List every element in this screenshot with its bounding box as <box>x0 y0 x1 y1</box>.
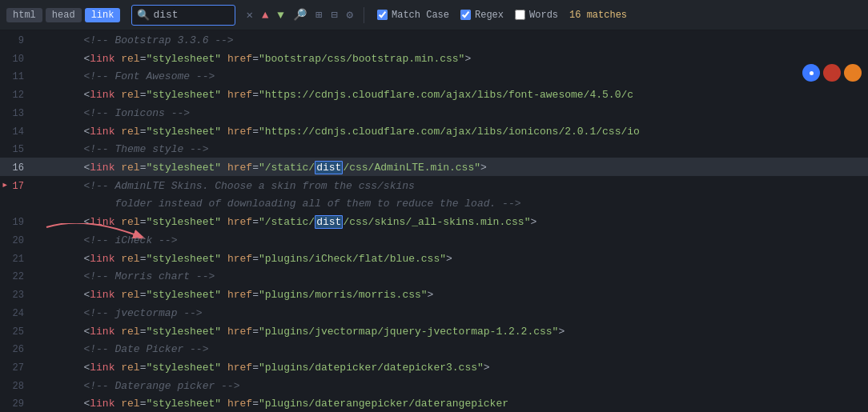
code-area-wrapper: 9 <!-- Bootstrap 3.3.6 --> 10 <link rel=… <box>0 30 868 412</box>
code-line: folder instead of downloading all of the… <box>0 194 868 212</box>
words-label: Words <box>529 10 558 21</box>
code-line: 14 <link rel="stylesheet" href="https://… <box>0 122 868 140</box>
chrome-icon-btn[interactable] <box>802 64 820 82</box>
code-line: 23 <link rel="stylesheet" href="plugins/… <box>0 285 868 303</box>
code-line: 26 <!-- Date Picker --> <box>0 339 868 358</box>
line-number: 29 <box>0 394 34 412</box>
nav-down-icon[interactable]: ▼ <box>275 7 286 23</box>
match-case-checkbox[interactable]: Match Case <box>377 10 449 21</box>
separator <box>364 7 364 23</box>
code-line: 22 <!-- Morris chart --> <box>0 266 868 285</box>
arrow-indicator: ▸ <box>2 178 8 191</box>
words-checkbox[interactable]: Words <box>515 10 558 21</box>
svg-point-2 <box>827 68 837 78</box>
options-icon[interactable]: ⚙ <box>344 6 356 23</box>
code-line: 25 <link rel="stylesheet" href="plugins/… <box>0 322 868 340</box>
breadcrumb: html head link <box>6 8 120 22</box>
code-line: 10 <link rel="stylesheet" href="bootstra… <box>0 49 868 67</box>
words-input[interactable] <box>515 10 525 20</box>
expand-icon[interactable]: ⊞ <box>313 6 324 23</box>
regex-label: Regex <box>475 10 504 21</box>
line-number <box>0 194 34 197</box>
toolbar: html head link 🔍 dist ✕ ▲ ▼ 🔎 ⊞ ⊟ ⚙ Matc… <box>0 0 868 30</box>
code-line: 9 <!-- Bootstrap 3.3.6 --> <box>0 30 868 49</box>
code-line: 28 <!-- Daterange picker --> <box>0 376 868 394</box>
code-area: 9 <!-- Bootstrap 3.3.6 --> 10 <link rel=… <box>0 30 868 412</box>
svg-point-1 <box>810 71 814 75</box>
code-line: 17 ▸ <!-- AdminLTE Skins. Choose a skin … <box>0 176 868 194</box>
code-line: 20 <!-- iCheck --> <box>0 230 868 249</box>
collapse-icon[interactable]: ⊟ <box>328 6 340 23</box>
code-line: 27 <link rel="stylesheet" href="plugins/… <box>0 358 868 376</box>
code-line: 24 <!-- jvectormap --> <box>0 303 868 322</box>
regex-input[interactable] <box>460 10 471 20</box>
code-line: 21 <link rel="stylesheet" href="plugins/… <box>0 249 868 267</box>
breadcrumb-html[interactable]: html <box>6 8 42 22</box>
code-line: 29 <link rel="stylesheet" href="plugins/… <box>0 394 868 412</box>
find-icon[interactable]: 🔎 <box>291 6 309 23</box>
code-line: 16 <link rel="stylesheet" href="/static/… <box>0 158 868 176</box>
search-box[interactable]: 🔍 dist <box>131 5 235 26</box>
nav-up-icon[interactable]: ▲ <box>259 7 271 23</box>
clear-search-icon[interactable]: ✕ <box>243 6 255 23</box>
search-input[interactable]: dist <box>153 9 178 21</box>
breadcrumb-link[interactable]: link <box>85 8 121 22</box>
match-case-label: Match Case <box>392 10 449 21</box>
checkbox-group: Match Case Regex Words <box>377 10 558 21</box>
code-line: 12 <link rel="stylesheet" href="https://… <box>0 85 868 103</box>
code-line: 11 <!-- Font Awesome --> <box>0 66 868 85</box>
breadcrumb-head[interactable]: head <box>46 8 82 22</box>
code-line: 19 <link rel="stylesheet" href="/static/… <box>0 212 868 230</box>
match-case-input[interactable] <box>377 10 388 20</box>
line-content: <link rel="stylesheet" href="plugins/dat… <box>34 394 868 412</box>
toolbar-icons: ✕ ▲ ▼ 🔎 ⊞ ⊟ ⚙ <box>243 6 356 23</box>
code-line: 13 <!-- Ionicons --> <box>0 103 868 122</box>
top-right-buttons <box>802 64 862 82</box>
code-line: 15 <!-- Theme style --> <box>0 139 868 158</box>
regex-checkbox[interactable]: Regex <box>460 10 504 21</box>
settings-icon-btn[interactable] <box>844 64 862 82</box>
match-count: 16 matches <box>569 10 627 21</box>
search-icon: 🔍 <box>137 9 150 22</box>
svg-point-3 <box>848 68 858 78</box>
firefox-icon-btn[interactable] <box>823 64 841 82</box>
